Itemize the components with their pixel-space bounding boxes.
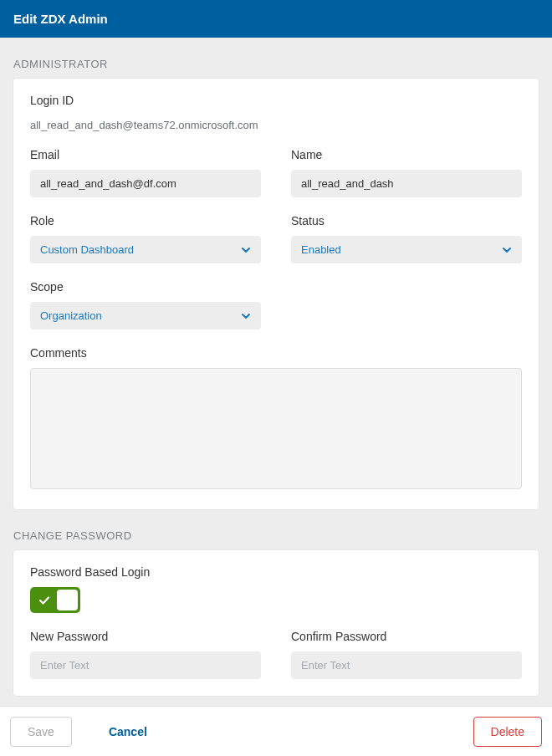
page-title: Edit ZDX Admin <box>13 12 108 26</box>
section-label-administrator: ADMINISTRATOR <box>13 58 539 70</box>
confirm-password-field[interactable] <box>291 651 522 679</box>
section-label-change-password: CHANGE PASSWORD <box>13 529 539 542</box>
status-label: Status <box>291 214 522 227</box>
login-id-value: all_read_and_dash@teams72.onmicrosoft.co… <box>30 119 522 131</box>
status-select[interactable]: Enabled <box>291 236 522 263</box>
role-select[interactable]: Custom Dashboard <box>30 236 261 263</box>
cancel-button[interactable]: Cancel <box>92 718 164 746</box>
name-field[interactable] <box>291 170 522 197</box>
password-login-toggle[interactable] <box>30 587 80 613</box>
page-header: Edit ZDX Admin <box>0 0 552 38</box>
scope-label: Scope <box>30 280 261 294</box>
status-value: Enabled <box>301 243 341 256</box>
new-password-field[interactable] <box>30 651 261 679</box>
confirm-password-label: Confirm Password <box>291 630 522 643</box>
save-button[interactable]: Save <box>10 717 72 747</box>
toggle-knob <box>57 590 78 610</box>
footer-bar: Save Cancel Delete <box>0 706 552 756</box>
administrator-card: Login ID all_read_and_dash@teams72.onmic… <box>13 79 539 509</box>
content-area: ADMINISTRATOR Login ID all_read_and_dash… <box>0 58 552 696</box>
new-password-label: New Password <box>30 630 261 643</box>
chevron-down-icon <box>241 311 251 321</box>
comments-label: Comments <box>30 346 522 360</box>
role-value: Custom Dashboard <box>40 243 134 256</box>
name-label: Name <box>291 148 522 161</box>
delete-button[interactable]: Delete <box>473 717 542 747</box>
email-label: Email <box>30 148 261 161</box>
scope-select[interactable]: Organization <box>30 302 261 329</box>
check-icon <box>38 595 50 606</box>
email-field[interactable] <box>30 170 261 197</box>
login-id-label: Login ID <box>30 94 522 107</box>
chevron-down-icon <box>502 245 512 255</box>
comments-field[interactable] <box>30 368 522 489</box>
role-label: Role <box>30 214 261 227</box>
scope-value: Organization <box>40 309 102 322</box>
password-login-toggle-label: Password Based Login <box>30 565 522 579</box>
change-password-card: Password Based Login New Password Confir… <box>13 550 539 696</box>
chevron-down-icon <box>241 245 251 255</box>
